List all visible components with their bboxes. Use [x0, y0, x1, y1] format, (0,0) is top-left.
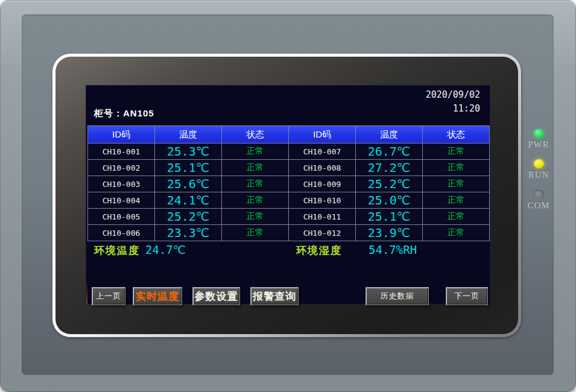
temperature-cell: 25.1℃: [356, 209, 422, 224]
status-cell: 正常: [222, 176, 288, 192]
next-page-button[interactable]: 下一页: [446, 287, 488, 305]
table-header-cell: 温度: [356, 126, 422, 143]
status-cell: 正常: [423, 192, 489, 208]
temperature-cell: 26.7℃: [356, 144, 422, 159]
channel-id-cell: CH10-009: [289, 176, 355, 192]
com-led-label: COM: [521, 200, 557, 210]
temperature-cell: 25.2℃: [356, 176, 422, 192]
temperature-cell: 25.2℃: [155, 209, 221, 224]
channel-id-cell: CH10-008: [289, 160, 355, 175]
env-temp-label: 环境温度: [94, 244, 140, 258]
status-cell: 正常: [423, 225, 489, 241]
temperature-cell: 25.1℃: [155, 160, 221, 175]
channel-id-cell: CH10-006: [88, 225, 154, 241]
temperature-cell: 24.1℃: [155, 192, 221, 208]
channel-id-cell: CH10-002: [88, 160, 154, 175]
table-header-cell: 温度: [155, 126, 221, 143]
channel-id-cell: CH10-012: [289, 225, 355, 241]
cabinet-label: 柜号：AN105: [94, 108, 154, 119]
status-cell: 正常: [423, 176, 489, 192]
temperature-cell: 25.3℃: [155, 144, 221, 159]
channel-id-cell: CH10-003: [88, 176, 154, 192]
status-cell: 正常: [222, 160, 288, 175]
temperature-cell: 27.2℃: [356, 160, 422, 175]
temperature-cell: 25.0℃: [356, 192, 422, 208]
hmi-device-frame: 2020/09/02 11:20 柜号：AN105 ID码温度状态ID码温度状态…: [0, 0, 576, 392]
temperature-table: ID码温度状态ID码温度状态CH10-00125.3℃正常CH10-00726.…: [87, 125, 490, 241]
time-display: 11:20: [453, 103, 480, 114]
temperature-cell: 23.3℃: [155, 225, 221, 241]
pwr-led-group: PWR: [521, 129, 557, 150]
status-cell: 正常: [222, 209, 288, 224]
status-cell: 正常: [222, 225, 288, 241]
com-led: [534, 190, 544, 199]
pwr-led-label: PWR: [521, 139, 557, 150]
temperature-cell: 25.6℃: [155, 176, 221, 192]
param-settings-button[interactable]: 参数设置: [192, 287, 240, 305]
alarm-query-button[interactable]: 报警查询: [250, 287, 299, 305]
lcd-screen: 2020/09/02 11:20 柜号：AN105 ID码温度状态ID码温度状态…: [86, 85, 490, 305]
temperature-cell: 23.9℃: [356, 225, 422, 241]
table-header-cell: ID码: [289, 126, 355, 143]
channel-id-cell: CH10-004: [88, 192, 154, 208]
run-led-group: RUN: [521, 159, 557, 180]
channel-id-cell: CH10-005: [88, 209, 154, 224]
com-led-group: COM: [521, 190, 557, 210]
status-cell: 正常: [222, 192, 288, 208]
screen-edge-glint: [86, 280, 87, 304]
status-cell: 正常: [222, 144, 288, 159]
table-header-cell: ID码: [88, 126, 154, 143]
pwr-led: [534, 129, 544, 138]
prev-page-button[interactable]: 上一页: [92, 287, 125, 305]
run-led-label: RUN: [521, 169, 557, 180]
channel-id-cell: CH10-011: [289, 209, 355, 224]
realtime-temp-button[interactable]: 实时温度: [133, 287, 182, 305]
env-humidity-label: 环境湿度: [296, 244, 342, 258]
env-humidity-value: 54.7%RH: [369, 243, 417, 256]
channel-id-cell: CH10-001: [88, 144, 154, 159]
status-cell: 正常: [423, 144, 489, 159]
table-header-cell: 状态: [423, 126, 489, 143]
run-led: [534, 159, 544, 168]
channel-id-cell: CH10-007: [289, 144, 355, 159]
env-temp-value: 24.7℃: [145, 243, 186, 256]
channel-id-cell: CH10-010: [289, 192, 355, 208]
history-data-button[interactable]: 历史数据: [366, 287, 429, 305]
date-display: 2020/09/02: [426, 89, 480, 100]
status-cell: 正常: [423, 209, 489, 224]
status-cell: 正常: [423, 160, 489, 175]
table-header-cell: 状态: [222, 126, 288, 143]
